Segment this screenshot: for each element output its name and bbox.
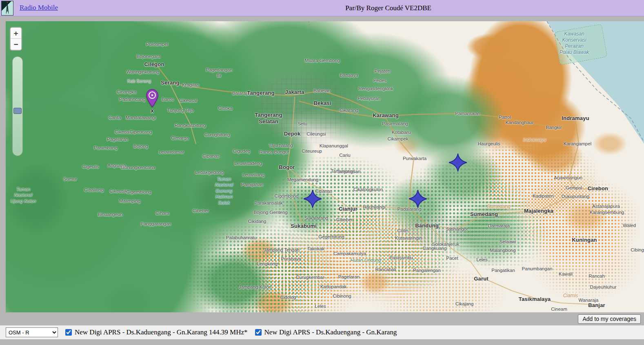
map-label: Ranca Bungur (259, 149, 289, 155)
map-label: Cibeber (193, 208, 209, 214)
map-label: Purabaya (281, 256, 301, 262)
bottom-bar: OSM - R New Digi APRS - Ds.Kaduengang - … (0, 325, 644, 339)
map-label: Cikalongkulon (353, 187, 383, 192)
subbar: Add to my coverages (0, 312, 644, 325)
map-label: Batujaya (340, 72, 358, 78)
orange-speckle (459, 136, 597, 221)
slider-handle[interactable] (13, 108, 22, 114)
opacity-slider[interactable] (12, 56, 23, 156)
zoom-in-button[interactable]: + (11, 28, 21, 39)
map-label: Cibinong (333, 293, 351, 299)
map-label: Citeureup (302, 148, 322, 154)
map-label: Angsana (107, 162, 126, 168)
map-label: Kadipaten (533, 193, 554, 199)
map-label: Tajurhalang (269, 142, 293, 148)
map-label: Sukalarang (304, 215, 328, 221)
map-label: Cikedal (115, 129, 130, 135)
map-label: Pangalengan (413, 267, 441, 273)
map-label: Rangkasbitung (175, 122, 206, 128)
map-label: Cililin (397, 228, 408, 234)
map-label: Dukupuntang (562, 194, 589, 199)
coverage-overlay-orange (6, 21, 644, 312)
map-canvas[interactable]: PuloampelBojonegaraCilegonWaringinkurung… (6, 21, 644, 312)
station-star-marker[interactable] (449, 154, 467, 171)
map-label: Cigombong (275, 193, 299, 199)
map-label: Padarincang (119, 96, 146, 102)
map-label: Jatinangor (446, 226, 468, 232)
map-label: Wanaraja (579, 297, 599, 303)
station-star-marker[interactable] (304, 190, 322, 208)
header-credit: Par/By Roger Coudé VE2DBE (345, 4, 431, 12)
add-coverages-button[interactable]: Add to my coverages (578, 314, 641, 324)
map-label: Pasirmalang (382, 121, 408, 127)
map-label: Sumedang (470, 211, 498, 218)
map-label: Pedes (373, 78, 387, 83)
selected-site-pin-marker[interactable] (146, 89, 159, 107)
station-star-marker[interactable] (409, 190, 427, 208)
orange-speckle (373, 266, 504, 312)
map-label: Tanjungsari (331, 168, 355, 174)
map-label: Mandalawangi (126, 115, 156, 120)
map-label: Pebayuran (358, 96, 380, 101)
map-label: Leles (476, 257, 488, 263)
green-speckle (267, 156, 406, 250)
map-label: Pagelaran (338, 274, 360, 280)
radio-mobile-link[interactable]: Radio Mobile (20, 4, 58, 12)
map-label: Kutawaringin (395, 235, 422, 241)
park-area-ujung-kulon (6, 164, 67, 234)
map-label: Bandung (415, 223, 439, 229)
map-label: Haurgeulis (478, 141, 500, 147)
map-label: Karangampel (564, 141, 591, 147)
coverage-label: New Digi APRS - Ds.Kaduengang - Gn.Karan… (75, 328, 248, 336)
map-label: Solokanjeruk (432, 241, 459, 247)
map-label: Cipeucang (130, 129, 152, 135)
orange-speckle (532, 225, 638, 299)
coverage-toggles: New Digi APRS - Ds.Kaduengang - Gn.Karan… (65, 328, 397, 336)
map-label: Tunjung Teja (167, 107, 193, 113)
map-label: Cikeusal (179, 98, 197, 103)
map-label: Cineam (551, 306, 567, 312)
map-label: Taman Nasional Ujung Kulon (11, 186, 36, 204)
map-label: Haurwangi (363, 204, 386, 210)
urban-area-jakarta (242, 66, 365, 148)
map-label: Bojonegara (137, 53, 161, 59)
map-label: Bojong Genteng (253, 209, 287, 215)
map-label: Cianjur (339, 206, 358, 212)
coverage-checkbox[interactable] (255, 329, 262, 336)
coverage-toggle: New Digi APRS - Ds.Kaduengang - Gn.Karan… (255, 328, 397, 336)
map-label: Balaraja (232, 90, 249, 96)
coverage-checkbox[interactable] (65, 329, 72, 336)
map-label: Rancah (588, 273, 605, 279)
map-label: Tangerang Selatan (255, 112, 282, 125)
map-label: Rengasdengklok (358, 86, 393, 91)
urban-area-bandung (398, 212, 471, 249)
map-label: Karangsembung (590, 209, 624, 215)
layer-select[interactable]: OSM - R (6, 327, 58, 337)
orange-speckle (222, 234, 361, 312)
map-label: Cidolog (280, 294, 296, 300)
map-label: Leles (315, 303, 326, 309)
map-label: Bogor (279, 164, 295, 171)
map-label: Tanjungsari (337, 169, 361, 174)
map-label: Kragilan (182, 82, 199, 88)
map-label: Cibingbi (631, 247, 644, 253)
zoom-out-button[interactable]: − (11, 39, 21, 50)
green-speckle (357, 217, 463, 291)
map-label: Pamijahan (241, 182, 263, 187)
map-label: Arjawinangun (554, 175, 582, 180)
orange-speckle (300, 201, 446, 303)
map-label: Karawang (373, 112, 399, 119)
map-label: Cangkuang (423, 245, 447, 251)
map-label: Kawali (559, 271, 573, 277)
map-label: Dayeuhluhur (590, 284, 616, 290)
map-label: Sukabumi (291, 223, 317, 229)
map-label: Jampang Tengah (264, 247, 300, 253)
map-label: Cileungsi (306, 131, 326, 137)
map-label: Darmaraja (488, 223, 510, 229)
map-label: Cisoka (218, 105, 232, 111)
map-label: Cibaliung (84, 187, 104, 193)
map-label: Cimarga (171, 135, 189, 141)
map-label: Kadupandak (320, 284, 347, 289)
sea-area (6, 21, 644, 312)
map-label: Takokak (307, 246, 324, 252)
